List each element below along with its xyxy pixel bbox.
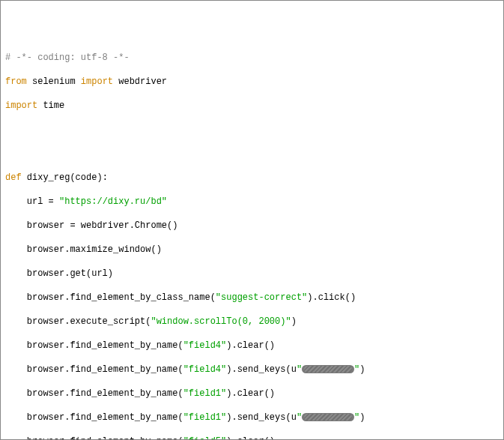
- identifier: ).send_keys(u: [226, 412, 297, 423]
- code-line: browser.find_element_by_name("field1").s…: [5, 412, 499, 424]
- string: "field4": [183, 364, 227, 375]
- code-line: def dixy_reg(code):: [5, 172, 499, 184]
- identifier: url =: [5, 196, 59, 207]
- string: "field5": [183, 436, 227, 440]
- code-line: browser = webdriver.Chrome(): [5, 220, 499, 232]
- identifier: browser.maximize_window(): [5, 244, 162, 255]
- identifier: browser.find_element_by_name(: [5, 436, 183, 440]
- code-line: browser.find_element_by_name("field5").c…: [5, 436, 499, 440]
- code-line: browser.find_element_by_name("field1").c…: [5, 388, 499, 400]
- identifier: browser = webdriver.Chrome(): [5, 220, 177, 231]
- keyword: def: [5, 172, 22, 183]
- identifier: selenium: [27, 76, 81, 87]
- code-line: browser.get(url): [5, 268, 499, 280]
- identifier: ): [291, 316, 297, 327]
- code-line: browser.execute_script("window.scrollTo(…: [5, 316, 499, 328]
- identifier: ).send_keys(u: [226, 364, 297, 375]
- comment: # -*- coding: utf-8 -*-: [5, 52, 130, 63]
- identifier: browser.execute_script(: [5, 316, 151, 327]
- identifier: ): [359, 364, 365, 375]
- code-line: url = "https://dixy.ru/bd": [5, 196, 499, 208]
- identifier: browser.find_element_by_name(: [5, 388, 183, 399]
- code-line: import time: [5, 100, 499, 112]
- string: "field1": [183, 412, 227, 423]
- identifier: browser.find_element_by_name(: [5, 412, 183, 423]
- identifier: browser.get(url): [5, 268, 113, 279]
- code-line: browser.find_element_by_name("field4").c…: [5, 340, 499, 352]
- identifier: browser.find_element_by_name(: [5, 364, 183, 375]
- identifier: time: [37, 100, 64, 111]
- redacted-text: [302, 365, 354, 373]
- identifier: browser.find_element_by_name(: [5, 340, 183, 351]
- identifier: webdriver: [113, 76, 167, 87]
- identifier: dixy_reg(code):: [22, 172, 108, 183]
- string: ": [297, 364, 302, 375]
- string: ": [297, 412, 302, 423]
- string: "suggest-correct": [216, 292, 307, 303]
- identifier: ).clear(): [226, 340, 275, 351]
- redacted-text: [302, 413, 354, 421]
- code-line: browser.maximize_window(): [5, 244, 499, 256]
- string: "field4": [183, 340, 227, 351]
- identifier: ).clear(): [226, 436, 275, 440]
- keyword: import: [81, 76, 113, 87]
- string: "field1": [183, 388, 227, 399]
- identifier: browser.find_element_by_class_name(: [5, 292, 216, 303]
- identifier: ).click(): [307, 292, 356, 303]
- code-line: browser.find_element_by_class_name("sugg…: [5, 292, 499, 304]
- keyword: import: [5, 100, 37, 111]
- string: "https://dixy.ru/bd": [59, 196, 167, 207]
- blank-line: [5, 124, 499, 136]
- code-line: # -*- coding: utf-8 -*-: [5, 52, 499, 64]
- string: "window.scrollTo(0, 2000)": [151, 316, 291, 327]
- code-line: browser.find_element_by_name("field4").s…: [5, 364, 499, 376]
- identifier: ).clear(): [226, 388, 275, 399]
- keyword: from: [5, 76, 27, 87]
- blank-line: [5, 148, 499, 160]
- code-line: from selenium import webdriver: [5, 76, 499, 88]
- identifier: ): [359, 412, 365, 423]
